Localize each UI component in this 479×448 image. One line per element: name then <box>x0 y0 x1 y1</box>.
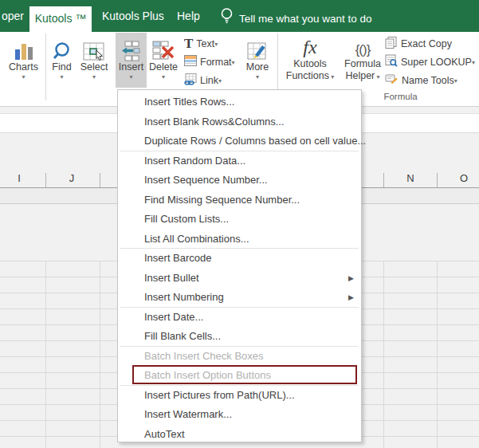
grid-column-line <box>100 261 100 448</box>
text-button[interactable]: T Text <box>184 36 218 52</box>
tab-kutools-plus[interactable]: Kutools Plus <box>102 10 164 22</box>
excel-window: oper Kutools ™ Kutools Plus Help Tell me… <box>0 0 479 448</box>
column-header-n[interactable]: N <box>391 168 430 187</box>
more-button[interactable]: More <box>240 33 275 88</box>
grid-column-line <box>437 261 438 448</box>
find-button[interactable]: Find <box>47 33 77 88</box>
menu-item-autotext[interactable]: AutoText <box>118 425 361 444</box>
menu-item-insert-pictures-from-path[interactable]: Insert Pictures from Path(URL)... <box>118 386 361 405</box>
tab-kutools-active[interactable]: Kutools ™ <box>29 6 92 32</box>
exact-copy-button[interactable]: Exact Copy <box>385 36 452 52</box>
submenu-arrow-icon <box>348 288 354 307</box>
name-tools-icon <box>385 73 399 88</box>
menu-item-duplicate-rows-columns[interactable]: Duplicate Rows / Columns based on cell v… <box>118 132 361 151</box>
tell-me-label: Tell me what you want to do <box>239 13 372 25</box>
braces-icon: {()} <box>340 33 385 58</box>
charts-icon <box>2 33 45 61</box>
menu-item-insert-date[interactable]: Insert Date... <box>118 308 361 327</box>
menu-item-find-missing-sequence-number[interactable]: Find Missing Sequence Number... <box>118 191 361 210</box>
lookup-icon <box>385 54 398 70</box>
insert-button[interactable]: Insert <box>116 33 147 88</box>
column-header-j[interactable]: J <box>53 168 91 187</box>
tell-me-box[interactable]: Tell me what you want to do <box>220 6 372 29</box>
ribbon-tab-bar: oper Kutools ™ Kutools Plus Help Tell me… <box>0 0 479 32</box>
select-cells-icon <box>77 33 112 61</box>
fx-icon: fx <box>281 33 340 58</box>
menu-item-fill-custom-lists[interactable]: Fill Custom Lists... <box>118 210 361 229</box>
menu-item-list-all-combinations[interactable]: List All Combinations... <box>118 230 361 249</box>
ribbon-group-label-formula: Formula <box>355 92 446 101</box>
annotation-highlight-box <box>132 365 357 384</box>
menu-item-insert-barcode[interactable]: Insert Barcode <box>118 249 361 268</box>
more-edit-icon <box>240 33 275 61</box>
insert-dropdown-menu: Insert Titles Rows... Insert Blank Rows&… <box>117 89 362 442</box>
ribbon-group-separator <box>45 33 46 100</box>
charts-button[interactable]: Charts <box>2 33 45 88</box>
grid-column-line <box>383 261 384 448</box>
menu-item-insert-titles-rows[interactable]: Insert Titles Rows... <box>118 92 361 112</box>
format-table-icon <box>184 55 197 69</box>
insert-cells-icon <box>116 33 147 61</box>
header-divider <box>45 173 46 187</box>
menu-item-fill-blank-cells[interactable]: Fill Blank Cells... <box>118 327 361 346</box>
delete-button[interactable]: Delete <box>147 33 180 88</box>
menu-item-insert-sequence-number[interactable]: Insert Sequence Number... <box>118 171 361 190</box>
tab-developer-partial[interactable]: oper <box>2 10 24 22</box>
menu-item-insert-random-data[interactable]: Insert Random Data... <box>118 151 361 171</box>
search-icon <box>47 33 77 61</box>
menu-item-batch-insert-check-boxes: Batch Insert Check Boxes <box>118 347 361 366</box>
header-divider <box>100 173 100 187</box>
copy-icon <box>385 37 398 52</box>
select-button[interactable]: Select <box>77 33 112 88</box>
format-button[interactable]: Format <box>184 54 235 70</box>
text-icon: T <box>184 37 193 50</box>
column-header-o[interactable]: O <box>445 168 479 187</box>
grid-column-line <box>45 261 46 448</box>
kutools-functions-button[interactable]: fx Kutools Functions <box>281 33 340 88</box>
column-header-i[interactable]: I <box>0 168 38 187</box>
lightbulb-icon <box>220 6 234 29</box>
header-divider <box>383 173 384 187</box>
header-divider <box>437 173 438 187</box>
name-tools-button[interactable]: Name Tools <box>385 73 457 88</box>
menu-item-insert-watermark[interactable]: A Insert Watermark... <box>118 405 361 424</box>
formula-helper-button[interactable]: {()} Formula Helper <box>340 33 385 88</box>
menu-item-insert-blank-rows-columns[interactable]: Insert Blank Rows&Columns... <box>118 112 361 132</box>
super-lookup-button[interactable]: Super LOOKUP <box>385 54 475 70</box>
delete-cells-icon <box>147 33 180 61</box>
menu-item-insert-bullet[interactable]: Insert Bullet <box>118 269 361 288</box>
link-button[interactable]: Link <box>184 73 222 88</box>
submenu-arrow-icon <box>348 269 354 288</box>
tab-help[interactable]: Help <box>177 10 200 22</box>
link-icon <box>184 73 197 88</box>
menu-item-insert-numbering[interactable]: 123 Insert Numbering <box>118 288 361 307</box>
